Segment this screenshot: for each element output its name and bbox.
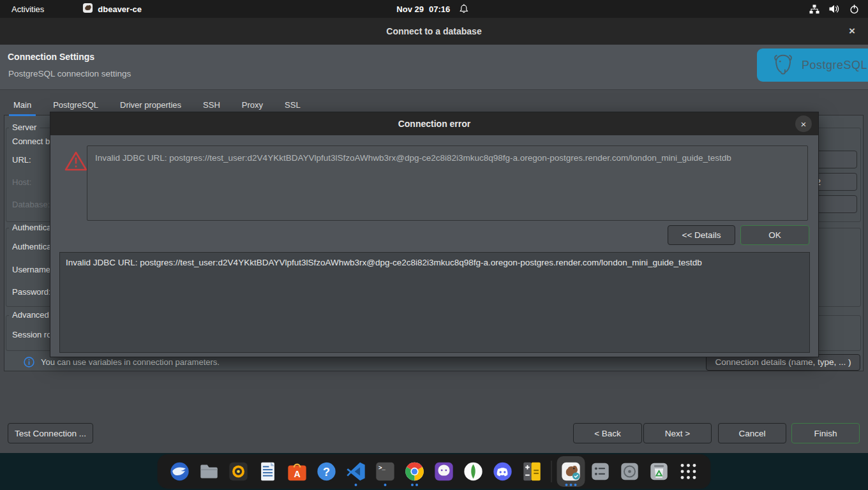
dock-item-mongodb-compass[interactable] <box>460 456 488 487</box>
desktop: Activities dbeaver-ce Nov 29 07:16 <box>0 0 868 490</box>
server-group-label: Server <box>9 122 40 132</box>
github-desktop-icon <box>433 461 455 482</box>
dock-item-terminal[interactable]: >_ <box>371 456 400 487</box>
power-icon <box>849 4 859 14</box>
app-grid-icon <box>678 461 700 482</box>
svg-text:A: A <box>294 469 300 479</box>
details-toggle-button[interactable]: << Details <box>668 225 735 245</box>
test-connection-button[interactable]: Test Connection ... <box>8 423 93 443</box>
back-button[interactable]: < Back <box>573 423 642 443</box>
page-title: Connection Settings <box>8 52 94 62</box>
system-top-bar: Activities dbeaver-ce Nov 29 07:16 <box>0 0 868 18</box>
system-status-area[interactable] <box>809 0 859 18</box>
dock-item-chrome[interactable] <box>401 456 429 487</box>
activities-button[interactable]: Activities <box>11 4 44 14</box>
libreoffice-writer-icon <box>257 461 279 482</box>
password-label: Password: <box>12 287 51 297</box>
dock-item-trash[interactable] <box>645 456 673 487</box>
running-indicator <box>384 484 387 486</box>
warning-icon <box>64 151 87 174</box>
dock-item-ubuntu-software[interactable]: A <box>283 456 311 487</box>
dock-item-vscode[interactable] <box>342 456 370 487</box>
clock-area[interactable]: Nov 29 07:16 <box>396 0 468 18</box>
calculator-icon <box>521 461 543 482</box>
error-dialog-title: Connection error <box>398 119 471 129</box>
dock-item-calculator[interactable] <box>518 456 546 487</box>
focused-app-name: dbeaver-ce <box>98 4 142 14</box>
database-label: Database: <box>12 200 50 209</box>
cancel-button[interactable]: Cancel <box>718 423 786 443</box>
url-label: URL: <box>12 155 31 165</box>
dock-item-app-grid[interactable] <box>675 456 703 487</box>
dock-item-disks[interactable] <box>616 456 644 487</box>
ubuntu-software-icon: A <box>287 461 308 482</box>
focused-app-indicator[interactable]: dbeaver-ce <box>82 3 142 15</box>
rhythmbox-icon <box>228 461 250 482</box>
ok-button[interactable]: OK <box>740 225 809 245</box>
topbar-time: 07:16 <box>429 4 450 14</box>
running-indicator <box>411 484 418 486</box>
dock-item-files[interactable] <box>195 456 223 487</box>
dock-item-libreoffice-writer[interactable] <box>254 456 282 487</box>
chrome-icon <box>404 461 426 482</box>
files-icon <box>198 461 220 482</box>
trash-icon <box>648 461 670 482</box>
dock-item-thunderbird[interactable] <box>166 456 194 487</box>
dock: A?>_ <box>158 454 711 489</box>
terminal-icon: >_ <box>375 461 396 482</box>
dock-item-dbeaver[interactable] <box>557 456 585 487</box>
dock-item-discord[interactable] <box>489 456 517 487</box>
advanced-group-label: Advanced <box>9 310 52 320</box>
variables-info-text: You can use variables in connection para… <box>41 357 220 367</box>
error-dialog-close-button[interactable]: × <box>795 115 812 132</box>
variables-info-row: You can use variables in connection para… <box>24 357 220 368</box>
window-title-bar: Connect to a database × <box>0 18 868 45</box>
preferences-icon <box>590 461 611 482</box>
running-indicator <box>355 484 357 486</box>
error-dialog-title-bar: Connection error <box>50 112 818 135</box>
postgresql-logo: PostgreSQL <box>757 48 868 82</box>
discord-icon <box>492 461 514 482</box>
dbeaver-icon <box>560 461 582 482</box>
disks-icon <box>619 461 641 482</box>
dock-item-preferences[interactable] <box>587 456 615 487</box>
running-indicator <box>565 484 577 486</box>
username-label: Username: <box>12 265 53 274</box>
tab-main[interactable]: Main <box>9 98 36 116</box>
vscode-icon <box>345 461 367 482</box>
notification-bell-icon <box>459 4 468 14</box>
svg-text:>_: >_ <box>378 464 386 471</box>
network-icon <box>809 4 819 14</box>
window-title: Connect to a database <box>386 26 481 36</box>
window-close-button[interactable]: × <box>844 24 860 39</box>
next-button[interactable]: Next > <box>643 423 712 443</box>
svg-text:?: ? <box>323 466 330 479</box>
host-label: Host: <box>12 177 31 187</box>
topbar-date: Nov 29 <box>396 4 424 14</box>
dock-item-github-desktop[interactable] <box>430 456 458 487</box>
info-icon <box>24 357 34 368</box>
postgresql-logo-text: PostgreSQL <box>802 59 867 72</box>
connection-error-dialog: Connection error × Invalid JDBC URL: pos… <box>50 112 819 357</box>
page-subtitle: PostgreSQL connection settings <box>8 69 131 78</box>
dock-item-rhythmbox[interactable] <box>225 456 253 487</box>
wizard-header: Connection Settings PostgreSQL connectio… <box>0 45 868 90</box>
finish-button[interactable]: Finish <box>791 423 860 443</box>
error-details-text[interactable]: Invalid JDBC URL: postgres://test_user:d… <box>59 252 810 353</box>
thunderbird-icon <box>169 461 191 482</box>
dock-item-help[interactable]: ? <box>313 456 341 487</box>
volume-icon <box>829 4 840 13</box>
mongodb-compass-icon <box>463 461 484 482</box>
postgresql-elephant-icon <box>770 52 797 78</box>
error-message-box[interactable]: Invalid JDBC URL: postgres://test_user:d… <box>87 145 808 221</box>
dbeaver-mini-icon <box>82 3 93 15</box>
help-icon: ? <box>316 461 338 482</box>
dock-separator <box>551 461 552 482</box>
